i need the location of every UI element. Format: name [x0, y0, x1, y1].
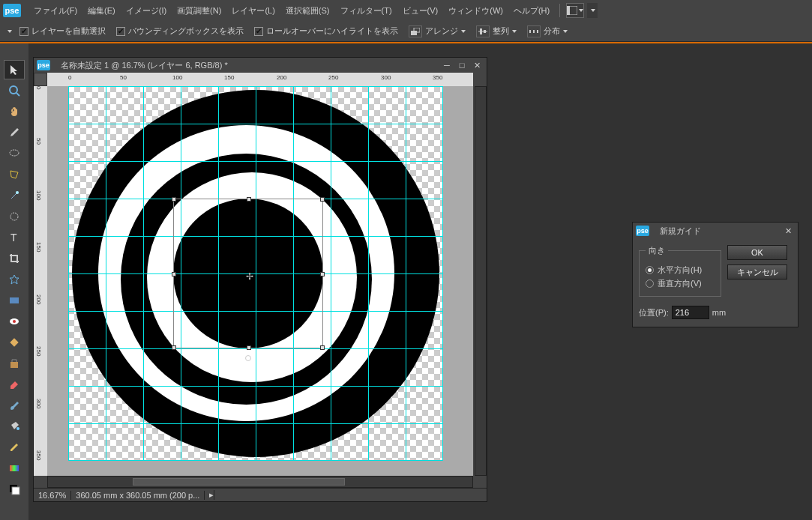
handle-ne[interactable]: [320, 197, 325, 202]
vertical-scrollbar[interactable]: [475, 86, 487, 476]
guide-horizontal[interactable]: [68, 386, 443, 387]
minimize-button[interactable]: ─: [440, 60, 454, 70]
heal-tool[interactable]: [4, 333, 25, 352]
menu-file[interactable]: ファイル(F): [28, 5, 82, 16]
guide-horizontal[interactable]: [68, 460, 443, 461]
show-bbox-checkbox[interactable]: ✔ バウンディングボックスを表示: [116, 25, 244, 37]
menu-help[interactable]: ヘルプ(H): [508, 5, 555, 16]
move-tool[interactable]: [4, 60, 25, 79]
magic-wand-tool[interactable]: [4, 186, 25, 205]
brush-tool[interactable]: [4, 396, 25, 415]
arrange-icon: [409, 25, 422, 37]
menu-select[interactable]: 選択範囲(S): [280, 5, 335, 16]
status-menu-button[interactable]: ▸: [205, 490, 214, 500]
align-dropdown[interactable]: 整列: [476, 25, 517, 37]
app-logo-small: pse: [37, 60, 50, 70]
handle-w[interactable]: [172, 272, 176, 276]
guide-horizontal[interactable]: [68, 423, 443, 424]
status-bar: 16.67% 360.05 mm x 360.05 mm (200 p... ▸: [34, 488, 487, 501]
new-guide-dialog: pse 新規ガイド ✕ 向き 水平方向(H) 垂直方向(V) OK キャンセル …: [632, 222, 799, 327]
type-tool[interactable]: T: [4, 228, 25, 247]
crop-tool[interactable]: [4, 249, 25, 268]
clone-tool[interactable]: [4, 354, 25, 373]
position-input[interactable]: [672, 306, 709, 319]
auto-select-checkbox[interactable]: ✔ レイヤーを自動選択: [19, 25, 106, 37]
show-highlight-label: ロールオーバーにハイライトを表示: [266, 25, 398, 37]
status-dimensions[interactable]: 360.05 mm x 360.05 mm (200 p...: [71, 491, 205, 500]
guide-horizontal[interactable]: [68, 86, 443, 87]
menu-window[interactable]: ウィンドウ(W): [443, 5, 508, 16]
handle-s[interactable]: [247, 345, 251, 350]
vertical-ruler[interactable]: 0 50 100 150 200 250 300 350: [34, 86, 47, 476]
transform-bbox[interactable]: ✢: [173, 199, 323, 348]
svg-rect-8: [533, 30, 535, 33]
menu-image[interactable]: イメージ(I): [121, 5, 172, 16]
swatch-tool[interactable]: [4, 480, 25, 499]
rect-tool[interactable]: [4, 291, 25, 310]
menu-enhance[interactable]: 画質調整(N): [172, 5, 226, 16]
radio-vertical[interactable]: 垂直方向(V): [646, 278, 715, 289]
app-logo: pse: [3, 4, 21, 17]
rotate-handle[interactable]: [245, 355, 251, 361]
dialog-titlebar[interactable]: pse 新規ガイド ✕: [633, 223, 798, 239]
handle-se[interactable]: [320, 345, 325, 350]
eyedropper-tool[interactable]: [4, 123, 25, 142]
quick-select-tool[interactable]: [4, 207, 25, 226]
distribute-dropdown[interactable]: 分布: [527, 25, 568, 37]
zoom-tool[interactable]: [4, 81, 25, 100]
handle-sw[interactable]: [172, 345, 176, 350]
guide-horizontal[interactable]: [68, 348, 443, 349]
menu-edit[interactable]: 編集(E): [82, 5, 121, 16]
menu-view[interactable]: ビュー(V): [397, 5, 444, 16]
handle-n[interactable]: [247, 197, 251, 202]
layout-button[interactable]: [566, 3, 584, 18]
show-highlight-checkbox[interactable]: ✔ ロールオーバーにハイライトを表示: [254, 25, 398, 37]
guide-horizontal[interactable]: [68, 124, 443, 124]
eraser-tool[interactable]: [4, 375, 25, 394]
svg-point-10: [10, 86, 17, 94]
handle-nw[interactable]: [172, 197, 176, 202]
canvas-viewport[interactable]: ✢: [47, 86, 473, 476]
ruler-origin[interactable]: [34, 73, 47, 86]
menu-layer[interactable]: レイヤー(L): [226, 5, 280, 16]
lasso-tool[interactable]: [4, 144, 25, 163]
radio-horizontal[interactable]: 水平方向(H): [646, 264, 715, 276]
paint-bucket-tool[interactable]: [4, 417, 25, 436]
radio-vertical-label: 垂直方向(V): [658, 278, 702, 289]
poly-lasso-tool[interactable]: [4, 165, 25, 184]
pencil-tool[interactable]: [4, 438, 25, 457]
align-icon: [476, 25, 490, 37]
svg-text:T: T: [10, 232, 17, 244]
svg-point-14: [16, 191, 19, 194]
handle-e[interactable]: [320, 272, 325, 276]
scrollbar-thumb[interactable]: [133, 478, 345, 486]
ok-button[interactable]: OK: [727, 245, 787, 260]
canvas[interactable]: ✢: [68, 86, 443, 461]
dropdown-button[interactable]: [587, 3, 598, 18]
arrange-dropdown[interactable]: アレンジ: [409, 25, 466, 37]
svg-rect-5: [480, 28, 482, 34]
horizontal-ruler[interactable]: 0 50 100 150 200 250 300 350: [47, 73, 473, 86]
chevron-down-icon[interactable]: [7, 30, 12, 33]
close-button[interactable]: ✕: [781, 226, 795, 236]
align-label: 整列: [493, 25, 509, 37]
maximize-button[interactable]: □: [455, 60, 469, 70]
cookie-cutter-tool[interactable]: [4, 270, 25, 289]
horizontal-scrollbar[interactable]: [47, 476, 473, 488]
svg-point-19: [13, 320, 16, 323]
red-eye-tool[interactable]: [4, 312, 25, 331]
orientation-legend: 向き: [646, 245, 668, 256]
position-unit: mm: [712, 308, 726, 317]
close-button[interactable]: ✕: [470, 60, 484, 70]
cancel-button[interactable]: キャンセル: [727, 264, 787, 279]
document-titlebar[interactable]: pse 名称未設定 1 @ 16.7% (レイヤー 6, RGB/8) * ─ …: [34, 58, 487, 73]
menu-filter[interactable]: フィルター(T): [335, 5, 397, 16]
svg-rect-7: [529, 30, 531, 33]
gradient-tool[interactable]: [4, 459, 25, 478]
status-zoom[interactable]: 16.67%: [34, 491, 71, 500]
guide-horizontal[interactable]: [68, 161, 443, 162]
svg-rect-17: [10, 297, 19, 303]
svg-rect-20: [10, 338, 18, 346]
document-title: 名称未設定 1 @ 16.7% (レイヤー 6, RGB/8) *: [58, 60, 439, 71]
hand-tool[interactable]: [4, 102, 25, 121]
